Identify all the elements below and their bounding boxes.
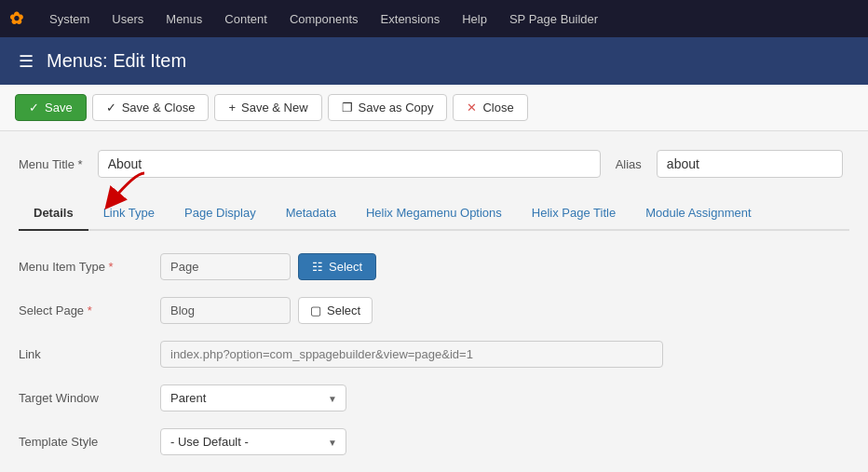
menu-item-type-select-button[interactable]: ☷ Select xyxy=(298,253,376,280)
grid-icon: ☷ xyxy=(312,260,323,274)
alias-label: Alias xyxy=(616,157,642,171)
select-label: Select xyxy=(329,260,362,274)
target-window-select-wrap: Parent_blank_self_top xyxy=(160,384,346,411)
template-style-select-wrap: - Use Default -HelixProtostar xyxy=(160,428,346,455)
link-value xyxy=(160,341,663,368)
page-icon: ▢ xyxy=(310,303,321,317)
select-page-button[interactable]: ▢ Select xyxy=(298,297,373,324)
tab-page-display[interactable]: Page Display xyxy=(170,196,271,231)
alias-input[interactable] xyxy=(657,150,843,178)
template-style-value: - Use Default -HelixProtostar xyxy=(160,428,346,455)
toolbar: ✓ Save ✓ Save & Close + Save & New ❐ Sav… xyxy=(0,85,868,131)
close-icon: ✕ xyxy=(467,101,477,115)
tab-metadata[interactable]: Metadata xyxy=(271,196,351,231)
template-style-select[interactable]: - Use Default -HelixProtostar xyxy=(160,428,346,455)
nav-system[interactable]: System xyxy=(38,0,101,37)
save-close-icon: ✓ xyxy=(106,101,116,115)
nav-components[interactable]: Components xyxy=(278,0,370,37)
top-navigation: ✿ System Users Menus Content Components … xyxy=(0,0,868,37)
save-close-button[interactable]: ✓ Save & Close xyxy=(92,94,210,121)
tab-module-assignment[interactable]: Module Assignment xyxy=(631,196,766,231)
nav-content[interactable]: Content xyxy=(213,0,278,37)
menu-item-type-value: Page ☷ Select xyxy=(160,253,376,280)
link-label: Link xyxy=(19,347,149,361)
save-new-button[interactable]: + Save & New xyxy=(214,94,321,121)
template-style-label: Template Style xyxy=(19,435,149,449)
save-copy-label: Save as Copy xyxy=(359,101,434,115)
close-button[interactable]: ✕ Close xyxy=(453,94,527,121)
select-page-text: Blog xyxy=(160,297,291,324)
save-new-label: Save & New xyxy=(241,101,308,115)
tab-helix-megamenu[interactable]: Helix Megamenu Options xyxy=(351,196,517,231)
menu-icon: ☰ xyxy=(19,51,34,72)
template-style-row: Template Style - Use Default -HelixProto… xyxy=(19,428,849,455)
target-window-value: Parent_blank_self_top xyxy=(160,384,346,411)
link-input[interactable] xyxy=(160,341,663,368)
menu-title-input[interactable] xyxy=(98,150,601,178)
target-window-select[interactable]: Parent_blank_self_top xyxy=(160,384,346,411)
nav-sp-page-builder[interactable]: SP Page Builder xyxy=(498,0,609,37)
select-page-row: Select Page * Blog ▢ Select xyxy=(19,297,849,324)
save-button[interactable]: ✓ Save xyxy=(15,94,87,121)
save-copy-icon: ❐ xyxy=(342,101,353,115)
nav-users[interactable]: Users xyxy=(101,0,155,37)
save-label: Save xyxy=(45,101,73,115)
select-page-label: Select Page * xyxy=(19,303,149,317)
menu-item-type-row: Menu Item Type * Page ☷ Select xyxy=(19,253,849,280)
required-marker: * xyxy=(78,157,83,171)
nav-help[interactable]: Help xyxy=(451,0,498,37)
nav-menus[interactable]: Menus xyxy=(155,0,213,37)
save-new-icon: + xyxy=(228,101,236,115)
menu-title-label: Menu Title * xyxy=(19,157,83,171)
details-panel: Menu Item Type * Page ☷ Select Select Pa… xyxy=(19,253,849,455)
page-title: Menus: Edit Item xyxy=(47,50,186,72)
content-area: Menu Title * Alias Details Link Type xyxy=(0,131,868,472)
tab-details[interactable]: Details xyxy=(19,196,88,231)
menu-item-type-label: Menu Item Type * xyxy=(19,260,149,274)
tab-helix-page-title[interactable]: Helix Page Title xyxy=(517,196,631,231)
nav-extensions[interactable]: Extensions xyxy=(370,0,452,37)
select-page-btn-label: Select xyxy=(327,303,360,317)
page-header: ☰ Menus: Edit Item xyxy=(0,37,868,85)
save-close-label: Save & Close xyxy=(122,101,196,115)
save-copy-button[interactable]: ❐ Save as Copy xyxy=(328,94,448,121)
save-icon: ✓ xyxy=(29,101,39,115)
link-row: Link xyxy=(19,341,849,368)
joomla-logo: ✿ xyxy=(9,8,23,29)
menu-title-row: Menu Title * Alias xyxy=(19,150,849,178)
target-window-row: Target Window Parent_blank_self_top xyxy=(19,384,849,411)
select-page-value: Blog ▢ Select xyxy=(160,297,373,324)
tabs-container: Details Link Type Page Display Metadata … xyxy=(19,196,849,231)
target-window-label: Target Window xyxy=(19,391,149,405)
close-label: Close xyxy=(482,101,513,115)
tab-link-type[interactable]: Link Type xyxy=(88,196,170,231)
menu-item-type-text: Page xyxy=(160,253,291,280)
